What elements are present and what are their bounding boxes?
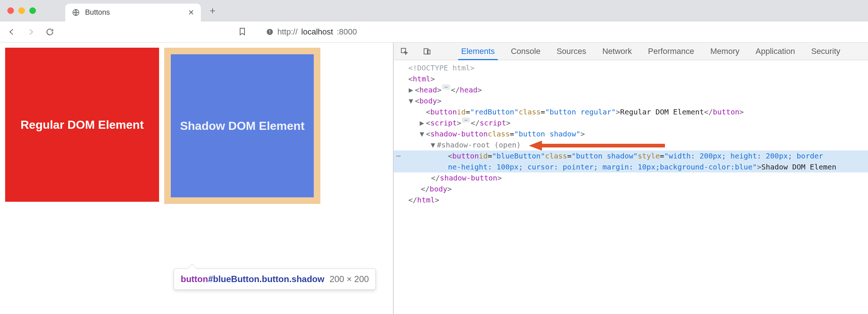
devtools-tabs: Elements Console Sources Network Perform… xyxy=(394,43,868,60)
tab-network[interactable]: Network xyxy=(601,43,633,60)
svg-rect-2 xyxy=(269,30,270,33)
browser-toolbar: http://localhost:8000 xyxy=(0,21,868,43)
globe-icon xyxy=(72,8,80,17)
tab-performance[interactable]: Performance xyxy=(647,43,696,60)
tooltip-tag: button xyxy=(181,274,208,284)
tab-application[interactable]: Application xyxy=(754,43,797,60)
disclosure-right-icon[interactable]: ▶ xyxy=(408,84,413,95)
dom-doctype: <!DOCTYPE html> xyxy=(408,62,475,73)
reload-button[interactable] xyxy=(45,27,55,37)
tab-title: Buttons xyxy=(85,8,183,17)
dom-node-blue-button-cont[interactable]: ne-height: 100px; cursor: pointer; margi… xyxy=(394,161,868,172)
tooltip-selector: #blueButton.button.shadow xyxy=(208,274,324,284)
elements-tree[interactable]: <!DOCTYPE html> <html> ▶<head>⋯</head> ▼… xyxy=(394,60,868,314)
dom-node-script[interactable]: ▶<script>⋯</script> xyxy=(394,117,868,128)
inspect-element-icon[interactable] xyxy=(400,47,409,56)
disclosure-right-icon[interactable]: ▶ xyxy=(419,117,424,128)
minimize-window-button[interactable] xyxy=(18,7,25,14)
disclosure-down-icon[interactable]: ▼ xyxy=(419,128,424,139)
url-port: :8000 xyxy=(337,27,357,37)
url-bar[interactable]: http://localhost:8000 xyxy=(266,27,357,37)
close-window-button[interactable] xyxy=(7,7,14,14)
url-host: localhost xyxy=(301,27,333,37)
page-viewport: Regular DOM Element Shadow DOM Element b… xyxy=(0,43,394,314)
dom-node-blue-button[interactable]: ⋯ <button id="blueButton" class="button … xyxy=(394,150,868,161)
window-traffic-lights xyxy=(7,7,36,14)
dom-node-shadow-button[interactable]: ▼<shadow-button class="button shadow"> xyxy=(394,128,868,139)
shadow-button-label: Shadow DOM Element xyxy=(180,119,305,133)
shadow-button-host[interactable]: Shadow DOM Element xyxy=(164,48,320,204)
tab-memory[interactable]: Memory xyxy=(709,43,741,60)
new-tab-button[interactable]: ＋ xyxy=(206,4,219,17)
devtools-panel: Elements Console Sources Network Perform… xyxy=(394,43,868,314)
dom-node-red-button[interactable]: <button id="redButton" class="button reg… xyxy=(394,106,868,117)
forward-button[interactable] xyxy=(26,27,36,37)
bookmark-icon[interactable] xyxy=(238,27,247,37)
device-toolbar-icon[interactable] xyxy=(422,47,432,56)
url-scheme: http:// xyxy=(277,27,298,37)
tab-elements[interactable]: Elements xyxy=(460,43,496,60)
close-tab-icon[interactable]: ✕ xyxy=(188,8,194,17)
not-secure-icon xyxy=(266,28,274,36)
tab-console[interactable]: Console xyxy=(510,43,542,60)
collapsed-ellipsis-icon[interactable]: ⋯ xyxy=(462,117,470,123)
back-button[interactable] xyxy=(7,27,17,37)
regular-button-label: Regular DOM Element xyxy=(21,118,144,132)
tab-security[interactable]: Security xyxy=(810,43,842,60)
svg-rect-3 xyxy=(269,33,270,34)
disclosure-down-icon[interactable]: ▼ xyxy=(408,95,413,106)
selected-node-dots-icon[interactable]: ⋯ xyxy=(395,150,402,161)
regular-dom-button[interactable]: Regular DOM Element xyxy=(5,48,159,202)
dom-node-shadow-root[interactable]: ▼#shadow-root (open) xyxy=(394,139,868,150)
browser-tabstrip: Buttons ✕ ＋ xyxy=(0,0,868,21)
browser-tab[interactable]: Buttons ✕ xyxy=(65,4,201,21)
disclosure-down-icon[interactable]: ▼ xyxy=(430,139,435,150)
collapsed-ellipsis-icon[interactable]: ⋯ xyxy=(442,84,450,90)
element-inspect-tooltip: button#blueButton.button.shadow 200 × 20… xyxy=(174,269,376,290)
tab-sources[interactable]: Sources xyxy=(555,43,588,60)
zoom-window-button[interactable] xyxy=(29,7,36,14)
tooltip-dimensions: 200 × 200 xyxy=(330,274,369,284)
shadow-dom-button[interactable]: Shadow DOM Element xyxy=(171,54,314,197)
